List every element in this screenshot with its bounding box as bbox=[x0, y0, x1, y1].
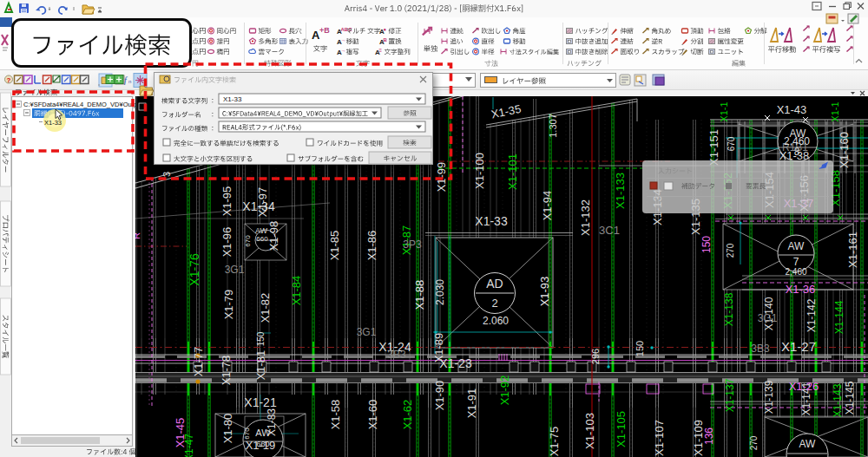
svg-text:R: R bbox=[135, 232, 141, 239]
svg-text:X1-85: X1-85 bbox=[328, 231, 341, 261]
svg-text:X1-98: X1-98 bbox=[267, 221, 280, 251]
svg-text:X1-94: X1-94 bbox=[541, 191, 554, 221]
svg-text:X1-142: X1-142 bbox=[806, 298, 818, 332]
svg-text:150: 150 bbox=[256, 331, 266, 346]
svg-text:X1-144: X1-144 bbox=[833, 300, 845, 334]
svg-text:X1-92: X1-92 bbox=[498, 375, 511, 406]
svg-text:X1-143: X1-143 bbox=[832, 383, 844, 417]
svg-text:→: → bbox=[341, 37, 346, 42]
svg-text:X1-138: X1-138 bbox=[723, 292, 735, 326]
svg-text:X1-88: X1-88 bbox=[413, 280, 426, 310]
svg-text:136: 136 bbox=[703, 428, 715, 445]
svg-text:670: 670 bbox=[243, 428, 251, 440]
svg-text:X1-133: X1-133 bbox=[614, 173, 627, 209]
svg-text:X1-58: X1-58 bbox=[329, 400, 342, 430]
svg-text:AW: AW bbox=[799, 438, 817, 450]
svg-text:X1-139: X1-139 bbox=[763, 380, 775, 414]
svg-text:3G1: 3G1 bbox=[357, 326, 377, 338]
svg-text:X1-23: X1-23 bbox=[439, 356, 472, 370]
svg-text:C:¥SFData4¥REAL4_DEMO_VD¥Outpu: C:¥SFData4¥REAL4_DEMO_VD¥Outpu bbox=[23, 101, 141, 108]
svg-text:●: ● bbox=[384, 27, 387, 32]
svg-text:X1-27: X1-27 bbox=[781, 339, 816, 354]
svg-text:X1-1: X1-1 bbox=[719, 101, 729, 121]
svg-text:X1-84: X1-84 bbox=[290, 276, 303, 306]
svg-text:X1-100: X1-100 bbox=[473, 153, 486, 189]
svg-text:660: 660 bbox=[256, 235, 268, 243]
svg-text:X1-145: X1-145 bbox=[844, 381, 856, 415]
svg-text:7: 7 bbox=[793, 256, 799, 268]
svg-text:X1-36: X1-36 bbox=[786, 283, 816, 296]
svg-text:X1-137: X1-137 bbox=[724, 378, 736, 412]
svg-text:1.307: 1.307 bbox=[548, 114, 558, 138]
svg-text:670: 670 bbox=[244, 235, 252, 247]
svg-text:X1-105: X1-105 bbox=[615, 411, 628, 447]
svg-text:X1-33: X1-33 bbox=[475, 214, 508, 228]
svg-text:150: 150 bbox=[700, 236, 713, 253]
svg-text:X1-107: X1-107 bbox=[653, 420, 666, 456]
svg-text:3B3: 3B3 bbox=[751, 343, 770, 355]
svg-text:AW: AW bbox=[255, 428, 271, 438]
svg-text:X1-160: X1-160 bbox=[838, 132, 851, 168]
svg-text:X1-75: X1-75 bbox=[548, 427, 561, 457]
svg-text:B: B bbox=[384, 37, 388, 42]
svg-text:X1-103: X1-103 bbox=[583, 413, 596, 449]
svg-text:X1-60: X1-60 bbox=[366, 400, 379, 430]
svg-text:X1-161: X1-161 bbox=[846, 232, 859, 268]
svg-text:X1-47: X1-47 bbox=[183, 434, 195, 457]
svg-text:X1-96: X1-96 bbox=[220, 227, 233, 258]
svg-text:2: 2 bbox=[491, 297, 497, 310]
svg-text:X1-76: X1-76 bbox=[187, 253, 201, 286]
svg-text:2.030: 2.030 bbox=[434, 279, 446, 305]
svg-text:270: 270 bbox=[726, 243, 735, 258]
svg-text:X1-34: X1-34 bbox=[242, 199, 275, 213]
svg-text:X1-90: X1-90 bbox=[433, 381, 446, 411]
svg-text:3P3: 3P3 bbox=[403, 238, 422, 251]
svg-text:X1-93: X1-93 bbox=[538, 277, 551, 307]
svg-text:X1-26: X1-26 bbox=[789, 380, 819, 393]
svg-text:X1-91: X1-91 bbox=[465, 388, 478, 419]
svg-text:X1-132: X1-132 bbox=[579, 199, 592, 236]
svg-text:+B: +B bbox=[319, 26, 330, 35]
svg-text:X1-99: X1-99 bbox=[435, 162, 448, 193]
svg-text:AD: AD bbox=[486, 277, 503, 291]
svg-text:X1-1: X1-1 bbox=[830, 101, 840, 121]
svg-text:X1-21: X1-21 bbox=[244, 395, 277, 409]
svg-text:660: 660 bbox=[256, 440, 269, 448]
svg-text:X1-81: X1-81 bbox=[254, 350, 267, 381]
svg-text:3C1: 3C1 bbox=[599, 224, 620, 237]
svg-text:X1-43: X1-43 bbox=[777, 103, 807, 116]
svg-text:X1-33: X1-33 bbox=[223, 95, 242, 103]
svg-text:ABC: ABC bbox=[341, 27, 353, 32]
svg-text:670: 670 bbox=[727, 136, 736, 151]
svg-text:X1-82: X1-82 bbox=[259, 293, 272, 323]
svg-text:→: → bbox=[341, 48, 346, 53]
svg-text:X1-78: X1-78 bbox=[220, 356, 233, 386]
svg-text:2.060: 2.060 bbox=[483, 315, 509, 327]
svg-text:AW: AW bbox=[788, 240, 806, 252]
svg-text:3G1: 3G1 bbox=[758, 312, 778, 324]
svg-text:AW: AW bbox=[255, 226, 268, 235]
svg-text:X1-79: X1-79 bbox=[222, 290, 235, 320]
svg-text:X1-62: X1-62 bbox=[401, 400, 414, 430]
svg-text:296: 296 bbox=[590, 349, 601, 364]
svg-text:8: 8 bbox=[794, 146, 800, 158]
svg-text:X1-80: X1-80 bbox=[221, 414, 234, 444]
svg-text:3: 3 bbox=[161, 172, 172, 177]
svg-text:≡: ≡ bbox=[379, 48, 383, 53]
svg-text:X1-95: X1-95 bbox=[220, 186, 233, 217]
svg-text:3B3: 3B3 bbox=[387, 349, 406, 361]
svg-text:150: 150 bbox=[635, 341, 645, 356]
svg-text:3G1: 3G1 bbox=[225, 264, 245, 276]
svg-text:1: 1 bbox=[268, 246, 276, 251]
svg-text:X1-86: X1-86 bbox=[365, 231, 378, 261]
svg-text:X1-101: X1-101 bbox=[506, 153, 519, 190]
svg-text:X1-77: X1-77 bbox=[192, 347, 205, 377]
svg-text:X1-33: X1-33 bbox=[44, 119, 62, 127]
svg-text:270: 270 bbox=[749, 435, 759, 450]
svg-text:2,460: 2,460 bbox=[785, 267, 806, 277]
